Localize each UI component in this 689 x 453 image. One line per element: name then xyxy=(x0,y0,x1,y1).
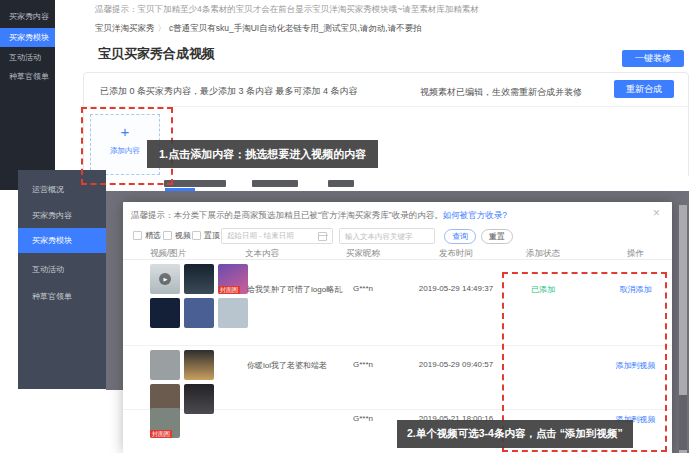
one-click-decorate-button[interactable]: 一键装修 xyxy=(622,50,684,67)
table-row: 你暖lol我了老婆和端老 G***n 2019-05-29 09:40:57 添… xyxy=(123,346,672,410)
cover-badge: 封面图 xyxy=(150,430,172,438)
media-thumbnails: ▶ 封面图 xyxy=(150,264,248,328)
checkbox-video-label: 视频 xyxy=(175,230,191,241)
cell-time: 2019-05-29 09:40:57 xyxy=(411,360,501,369)
reset-button[interactable]: 重置 xyxy=(481,229,513,244)
cell-text: 你暖lol我了老婆和端老 xyxy=(247,360,327,371)
checkbox-icon[interactable] xyxy=(133,231,142,240)
breadcrumb-current: c普通宝贝有sku_手淘UI自动化老链专用_测试宝贝,请勿动,请不要拍 xyxy=(169,23,422,33)
add-to-video-link[interactable]: 添加到视频 xyxy=(593,360,672,371)
sidebar2-item-buyer-show-module[interactable]: 买家秀模块 xyxy=(18,228,106,253)
dim-overlay xyxy=(106,191,689,202)
cell-nick: G***n xyxy=(333,414,393,423)
scrollbar[interactable] xyxy=(679,205,687,453)
image-thumbnail[interactable] xyxy=(218,298,248,328)
checkbox-featured-label: 精选 xyxy=(145,230,161,241)
checkbox-icon[interactable] xyxy=(192,231,201,240)
annotation-tooltip-step1: 1.点击添加内容：挑选想要进入视频的内容 xyxy=(147,140,378,168)
sidebar-item-buyer-show-content[interactable]: 买家秀内容 xyxy=(0,7,55,26)
sidebar2-item-buyer-show-content[interactable]: 买家秀内容 xyxy=(18,206,106,226)
plus-icon: + xyxy=(121,124,130,139)
sidebar2-item-overview[interactable]: 运营概况 xyxy=(18,180,106,200)
recompose-status-note: 视频素材已编辑，生效需重新合成并装修 xyxy=(420,86,582,99)
cell-text: 给我笑肿了可惜了logo略乱 xyxy=(247,284,342,295)
cell-nick: G***n xyxy=(333,284,393,293)
date-range-input[interactable]: 起始日期 - 结束日期 xyxy=(221,228,333,244)
dim-overlay xyxy=(106,202,123,390)
tab-placeholder xyxy=(328,180,354,187)
breadcrumb-separator: 〉 xyxy=(158,23,167,33)
image-thumbnail[interactable] xyxy=(150,298,180,328)
sidebar-item-buyer-show-module[interactable]: 买家秀模块 xyxy=(0,28,55,47)
image-thumbnail[interactable] xyxy=(184,298,214,328)
add-content-label: 添加内容 xyxy=(110,146,140,156)
sidebar-primary: 买家秀内容 买家秀模块 互动活动 种草官领单 xyxy=(0,0,55,190)
breadcrumb-parent[interactable]: 宝贝洋淘买家秀 xyxy=(95,23,155,33)
tab-placeholder xyxy=(252,180,298,187)
screen: 买家秀内容 买家秀模块 互动活动 种草官领单 温馨提示：宝贝下加精至少4条素材的… xyxy=(0,0,689,453)
cell-status: 已添加 xyxy=(503,284,583,295)
checkbox-pinned-label: 置顶 xyxy=(204,230,220,241)
sidebar2-item-interactive-activity[interactable]: 互动活动 xyxy=(18,260,106,280)
content-picker-modal: × 温馨提示：本分类下展示的是商家预选加精且已被“官方洋淘买家秀库”收录的内容。… xyxy=(123,202,672,453)
sidebar-secondary: 运营概况 买家秀内容 买家秀模块 互动活动 种草官领单 xyxy=(18,170,106,389)
cancel-add-link[interactable]: 取消添加 xyxy=(593,284,672,295)
breadcrumb: 宝贝洋淘买家秀〉c普通宝贝有sku_手淘UI自动化老链专用_测试宝贝,请勿动,请… xyxy=(95,23,422,35)
modal-notice: 温馨提示：本分类下展示的是商家预选加精且已被“官方洋淘买家秀库”收录的内容。如何… xyxy=(131,210,507,222)
sidebar2-item-seeding-order[interactable]: 种草官领单 xyxy=(18,287,106,307)
keyword-search-input[interactable] xyxy=(339,228,435,244)
notice-text: 温馨提示：宝贝下加精至少4条素材的宝贝才会在前台显示宝贝洋淘买家秀模块哦~请至素… xyxy=(95,4,479,16)
checkbox-icon[interactable] xyxy=(163,231,172,240)
close-icon[interactable]: × xyxy=(653,207,660,219)
panel-divider xyxy=(84,106,688,107)
sidebar-item-seeding-order[interactable]: 种草官领单 xyxy=(0,67,55,86)
page-title: 宝贝买家秀合成视频 xyxy=(98,45,215,63)
checkbox-video[interactable]: 视频 xyxy=(163,230,191,241)
sidebar-item-interactive-activity[interactable]: 互动活动 xyxy=(0,48,55,67)
query-button[interactable]: 查询 xyxy=(444,229,476,244)
table-row: ▶ 封面图 给我笑肿了可惜了logo略乱 G***n 2019-05-29 14… xyxy=(123,260,672,346)
added-content-summary: 已添加 0 条买家秀内容，最少添加 3 条内容 最多可添加 4 条内容 xyxy=(100,85,358,98)
scrollbar-thumb[interactable] xyxy=(679,395,687,450)
checkbox-featured[interactable]: 精选 xyxy=(133,230,161,241)
cell-time: 2019-05-29 14:49:37 xyxy=(411,284,501,293)
calendar-icon xyxy=(318,232,327,241)
official-inclusion-link[interactable]: 如何被官方收录? xyxy=(443,210,507,220)
annotation-tooltip-step2: 2.单个视频可选3-4条内容，点击 “添加到视频” xyxy=(397,420,633,448)
tab-placeholder xyxy=(164,180,226,187)
modal-notice-text: 温馨提示：本分类下展示的是商家预选加精且已被“官方洋淘买家秀库”收录的内容。 xyxy=(131,210,443,220)
recompose-button[interactable]: 重新合成 xyxy=(614,80,674,98)
checkbox-pinned[interactable]: 置顶 xyxy=(192,230,220,241)
cell-nick: G***n xyxy=(333,360,393,369)
date-range-placeholder: 起始日期 - 结束日期 xyxy=(227,231,294,241)
